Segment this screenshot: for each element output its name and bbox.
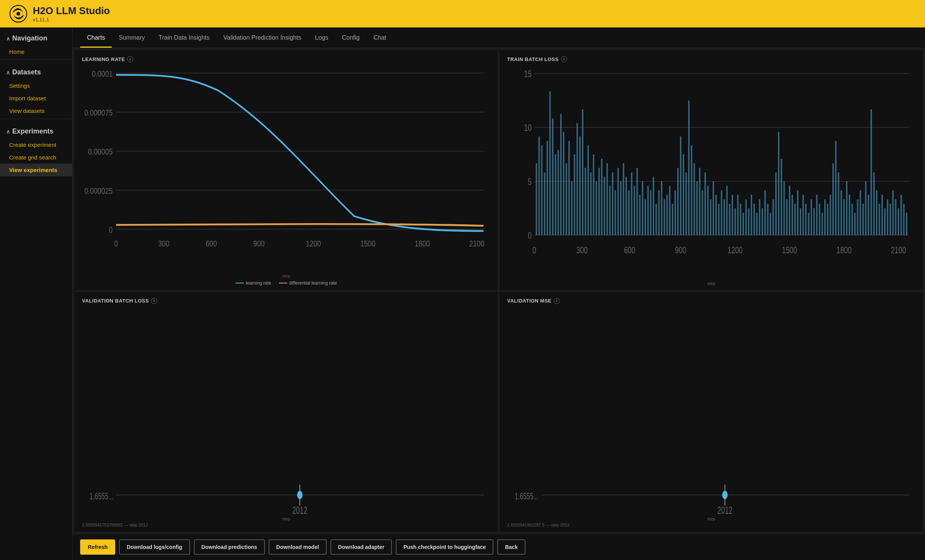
- push-checkpoint-button[interactable]: Push checkpoint to huggingface: [396, 539, 493, 555]
- svg-rect-80: [656, 204, 657, 235]
- tab-config[interactable]: Config: [335, 27, 366, 48]
- svg-rect-74: [639, 195, 641, 235]
- svg-text:1200: 1200: [306, 239, 321, 248]
- svg-rect-146: [835, 141, 837, 235]
- tab-summary[interactable]: Summary: [112, 27, 151, 48]
- sidebar-item-home[interactable]: Home: [0, 45, 72, 58]
- nav-section-experiments: ∧ Experiments: [0, 121, 72, 138]
- svg-rect-113: [745, 199, 747, 235]
- svg-rect-156: [862, 204, 864, 235]
- nav-divider-1: [0, 60, 72, 60]
- svg-text:1500: 1500: [360, 239, 375, 248]
- svg-rect-71: [631, 172, 633, 235]
- svg-text:900: 900: [253, 239, 265, 248]
- tab-chat[interactable]: Chat: [366, 27, 393, 48]
- download-model-button[interactable]: Download model: [269, 539, 327, 555]
- svg-rect-102: [716, 195, 717, 235]
- svg-rect-117: [756, 213, 758, 235]
- svg-rect-69: [625, 177, 627, 235]
- info-icon-train-batch-loss[interactable]: i: [561, 56, 567, 62]
- download-logs-button[interactable]: Download logs/config: [119, 539, 190, 555]
- svg-rect-42: [552, 118, 554, 235]
- chart-legend-lr: learning rate differential learning rate: [82, 280, 490, 286]
- svg-rect-172: [906, 213, 907, 235]
- svg-rect-55: [587, 145, 589, 235]
- svg-rect-161: [876, 190, 878, 235]
- info-icon-validation-batch-loss[interactable]: i: [151, 298, 157, 304]
- svg-rect-47: [566, 163, 567, 235]
- main-layout: ∧ Navigation Home ∧ Datasets Settings Im…: [0, 27, 925, 560]
- svg-text:300: 300: [158, 239, 169, 248]
- chart-title-validation-mse: VALIDATION MSE i: [507, 298, 915, 304]
- svg-rect-92: [688, 100, 690, 235]
- svg-rect-109: [735, 208, 736, 235]
- svg-rect-62: [606, 163, 608, 235]
- svg-rect-37: [538, 137, 540, 235]
- svg-rect-130: [791, 195, 793, 235]
- svg-text:0.0001: 0.0001: [92, 69, 113, 78]
- sidebar-item-import-dataset[interactable]: Import dataset: [0, 92, 72, 105]
- nav-divider-2: [0, 119, 72, 119]
- svg-text:1.6555...: 1.6555...: [90, 491, 113, 501]
- nav-chevron-experiments: ∧: [6, 129, 10, 135]
- svg-rect-39: [544, 172, 545, 235]
- chart-svg-learning-rate: 0.0001 0.000075 0.00005 0.000025 0 0 300…: [82, 64, 490, 273]
- svg-rect-116: [754, 204, 755, 235]
- bottom-bar: Refresh Download logs/config Download pr…: [73, 534, 925, 560]
- chart-panel-train-batch-loss: TRAIN BATCH LOSS i 15 10 5 0: [499, 50, 923, 291]
- svg-rect-83: [664, 199, 665, 235]
- sidebar-item-create-grid-search[interactable]: Create grid search: [0, 151, 72, 164]
- svg-rect-142: [824, 199, 826, 235]
- tab-charts[interactable]: Charts: [80, 27, 112, 48]
- svg-text:10: 10: [524, 123, 532, 133]
- svg-rect-94: [694, 163, 695, 235]
- svg-rect-73: [637, 168, 638, 235]
- sidebar-item-view-datasets[interactable]: View datasets: [0, 105, 72, 117]
- tabs-bar: Charts Summary Train Data Insights Valid…: [73, 27, 925, 48]
- svg-rect-81: [658, 190, 660, 235]
- svg-text:0: 0: [532, 245, 536, 255]
- svg-rect-41: [550, 92, 551, 235]
- svg-rect-125: [778, 132, 780, 235]
- sidebar-item-settings[interactable]: Settings: [0, 79, 72, 92]
- svg-rect-70: [628, 190, 630, 235]
- svg-text:0.000075: 0.000075: [84, 108, 113, 117]
- legend-line-lr: [235, 283, 244, 283]
- svg-rect-78: [650, 190, 652, 235]
- chart-title-train-batch-loss: TRAIN BATCH LOSS i: [507, 56, 915, 62]
- svg-rect-118: [759, 199, 761, 235]
- svg-rect-40: [546, 141, 548, 235]
- svg-rect-45: [560, 114, 562, 235]
- tab-validation-prediction-insights[interactable]: Validation Prediction Insights: [216, 27, 308, 48]
- validation-mse-value: 1.6555541992187 5 — step 2012: [507, 521, 915, 527]
- refresh-button[interactable]: Refresh: [80, 539, 115, 555]
- svg-rect-158: [868, 195, 869, 235]
- sidebar-item-create-experiment[interactable]: Create experiment: [0, 138, 72, 151]
- svg-point-177: [297, 491, 303, 499]
- sidebar-item-view-experiments[interactable]: View experiments: [0, 164, 72, 176]
- svg-rect-103: [718, 204, 720, 235]
- download-adapter-button[interactable]: Download adapter: [330, 539, 392, 555]
- back-button[interactable]: Back: [497, 539, 525, 555]
- axis-label-lr-x: step: [82, 274, 490, 278]
- svg-point-182: [722, 491, 728, 499]
- info-icon-validation-mse[interactable]: i: [554, 298, 560, 304]
- svg-rect-79: [653, 177, 654, 235]
- svg-text:0.00005: 0.00005: [88, 147, 113, 156]
- svg-rect-136: [808, 213, 809, 235]
- svg-rect-157: [865, 181, 867, 235]
- svg-rect-144: [830, 195, 831, 235]
- svg-rect-77: [647, 186, 649, 235]
- axis-label-tbl-x: step: [507, 281, 915, 286]
- svg-rect-101: [713, 181, 714, 235]
- svg-text:15: 15: [524, 69, 532, 79]
- app-logo: [9, 5, 27, 23]
- svg-rect-60: [601, 159, 603, 235]
- svg-text:0: 0: [114, 239, 118, 248]
- download-predictions-button[interactable]: Download predictions: [194, 539, 265, 555]
- tab-logs[interactable]: Logs: [308, 27, 335, 48]
- info-icon-learning-rate[interactable]: i: [127, 56, 133, 62]
- svg-rect-166: [890, 204, 891, 235]
- tab-train-data-insights[interactable]: Train Data Insights: [152, 27, 217, 48]
- svg-rect-76: [645, 199, 646, 235]
